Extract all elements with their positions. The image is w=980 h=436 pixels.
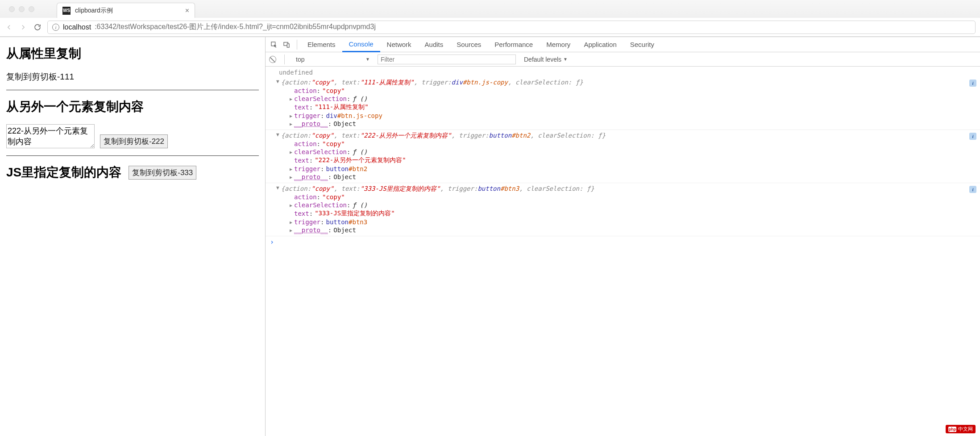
watermark-text: 中文网 <box>958 426 973 432</box>
context-value: top <box>296 56 304 63</box>
object-property[interactable]: ▶trigger: button#btn2 <box>288 165 976 173</box>
tab-title: clipboard示例 <box>75 7 113 15</box>
object-property[interactable]: ▶clearSelection: ƒ () <box>288 148 976 156</box>
filter-input[interactable] <box>378 54 516 64</box>
tab-security[interactable]: Security <box>623 37 661 52</box>
object-property[interactable]: ▶trigger: div#btn.js-copy <box>288 112 976 120</box>
close-window-icon[interactable] <box>9 6 15 12</box>
context-select[interactable]: top ▼ <box>293 54 373 64</box>
close-tab-icon[interactable]: × <box>185 7 189 15</box>
viewport-split: 从属性里复制 复制到剪切板-111 从另外一个元素复制内容 复制到剪切板-222… <box>0 37 980 436</box>
object-summary[interactable]: ▼{action: "copy", text: "333-JS里指定复制的内容"… <box>276 185 976 193</box>
caret-right-icon: ▶ <box>288 175 294 180</box>
separator <box>284 54 285 64</box>
page-content: 从属性里复制 复制到剪切板-111 从另外一个元素复制内容 复制到剪切板-222… <box>0 37 265 436</box>
source-textarea[interactable] <box>6 124 95 148</box>
browser-tab[interactable]: WS clipboard示例 × <box>57 3 195 18</box>
console-object[interactable]: i▼{action: "copy", text: "333-JS里指定复制的内容… <box>266 183 980 236</box>
separator <box>297 40 297 50</box>
caret-right-icon: ▶ <box>288 167 294 172</box>
back-button[interactable] <box>4 23 13 31</box>
tab-memory[interactable]: Memory <box>540 37 577 52</box>
heading-3: JS里指定复制的内容 <box>6 164 121 181</box>
tab-application[interactable]: Application <box>577 37 623 52</box>
section-2: 从另外一个元素复制内容 复制到剪切板-222 <box>6 98 259 156</box>
object-properties: action: "copy"▶clearSelection: ƒ ()text:… <box>276 193 976 234</box>
object-property[interactable]: action: "copy" <box>288 193 976 201</box>
object-summary[interactable]: ▼{action: "copy", text: "111-从属性复制", tri… <box>276 79 976 87</box>
tab-elements[interactable]: Elements <box>301 37 342 52</box>
info-badge-icon[interactable]: i <box>969 133 976 140</box>
url-host: localhost <box>63 23 91 31</box>
caret-down-icon: ▼ <box>276 79 279 87</box>
site-info-icon[interactable]: i <box>52 24 59 31</box>
object-property-proto[interactable]: ▶__proto__: Object <box>288 226 976 234</box>
caret-right-icon: ▶ <box>288 228 294 233</box>
reload-button[interactable] <box>33 23 42 31</box>
console-object[interactable]: i▼{action: "copy", text: "111-从属性复制", tr… <box>266 77 980 130</box>
object-property-proto[interactable]: ▶__proto__: Object <box>288 120 976 128</box>
devtools-panel: Elements Console Network Audits Sources … <box>265 37 980 436</box>
copy-button-333[interactable]: 复制到剪切板-333 <box>129 166 196 180</box>
tab-performance[interactable]: Performance <box>488 37 540 52</box>
url-path: :63342/testWorkspace/test26-图片上传/index-5… <box>95 22 376 32</box>
object-property[interactable]: ▶clearSelection: ƒ () <box>288 201 976 209</box>
object-property[interactable]: action: "copy" <box>288 87 976 95</box>
copy-button-222[interactable]: 复制到剪切板-222 <box>100 134 168 148</box>
minimize-window-icon[interactable] <box>19 6 25 12</box>
caret-down-icon: ▼ <box>276 185 279 193</box>
caret-right-icon: ▶ <box>288 220 294 225</box>
log-levels-select[interactable]: Default levels ▼ <box>524 56 568 63</box>
info-badge-icon[interactable]: i <box>969 186 976 193</box>
divider <box>6 155 259 156</box>
device-toolbar-icon[interactable] <box>281 39 292 50</box>
object-property-proto[interactable]: ▶__proto__: Object <box>288 173 976 181</box>
console-line-undefined: undefined <box>266 68 980 77</box>
console-body[interactable]: undefined i▼{action: "copy", text: "111-… <box>266 67 980 436</box>
address-bar[interactable]: i localhost:63342/testWorkspace/test26-图… <box>47 21 976 34</box>
console-prompt[interactable]: › <box>266 236 980 248</box>
forward-button[interactable] <box>19 23 28 31</box>
object-summary[interactable]: ▼{action: "copy", text: "222-从另外一个元素复制内容… <box>276 132 976 140</box>
levels-label: Default levels <box>524 56 561 63</box>
caret-down-icon: ▼ <box>276 132 279 140</box>
divider <box>6 90 259 90</box>
object-property[interactable]: text: "111-从属性复制" <box>288 103 976 112</box>
watermark-icon: php <box>948 427 956 432</box>
caret-right-icon: ▶ <box>288 150 294 155</box>
section-1: 从属性里复制 复制到剪切板-111 <box>6 45 259 90</box>
tab-favicon: WS <box>62 7 71 15</box>
info-badge-icon[interactable]: i <box>969 80 976 87</box>
chevron-down-icon: ▼ <box>563 57 568 62</box>
maximize-window-icon[interactable] <box>29 6 34 12</box>
tab-sources[interactable]: Sources <box>450 37 488 52</box>
browser-chrome: WS clipboard示例 × i localhost:63342/testW… <box>0 0 980 37</box>
object-property[interactable]: ▶trigger: button#btn3 <box>288 218 976 226</box>
caret-right-icon: ▶ <box>288 203 294 208</box>
object-properties: action: "copy"▶clearSelection: ƒ ()text:… <box>276 140 976 181</box>
tab-audits[interactable]: Audits <box>418 37 450 52</box>
devtools-tabs: Elements Console Network Audits Sources … <box>266 37 980 52</box>
object-property[interactable]: action: "copy" <box>288 140 976 148</box>
object-property[interactable]: text: "333-JS里指定复制的内容" <box>288 209 976 218</box>
object-properties: action: "copy"▶clearSelection: ƒ ()text:… <box>276 87 976 128</box>
console-toolbar: top ▼ Default levels ▼ <box>266 52 980 67</box>
tab-console[interactable]: Console <box>342 37 380 52</box>
caret-right-icon: ▶ <box>288 96 294 101</box>
clear-console-icon[interactable] <box>269 56 276 63</box>
caret-right-icon: ▶ <box>288 122 294 126</box>
section-3: JS里指定复制的内容 复制到剪切板-333 <box>6 164 259 181</box>
object-property[interactable]: text: "222-从另外一个元素复制内容" <box>288 156 976 165</box>
object-property[interactable]: ▶clearSelection: ƒ () <box>288 95 976 103</box>
window-controls <box>4 6 39 12</box>
caret-right-icon: ▶ <box>288 113 294 118</box>
console-object[interactable]: i▼{action: "copy", text: "222-从另外一个元素复制内… <box>266 130 980 183</box>
tab-network[interactable]: Network <box>380 37 418 52</box>
tab-strip: WS clipboard示例 × <box>0 0 980 18</box>
svg-rect-2 <box>287 44 289 47</box>
nav-toolbar: i localhost:63342/testWorkspace/test26-图… <box>0 18 980 37</box>
inspect-element-icon[interactable] <box>268 39 280 50</box>
chevron-down-icon: ▼ <box>365 57 370 62</box>
copy-link-111[interactable]: 复制到剪切板-111 <box>6 71 259 83</box>
heading-1: 从属性里复制 <box>6 45 259 62</box>
